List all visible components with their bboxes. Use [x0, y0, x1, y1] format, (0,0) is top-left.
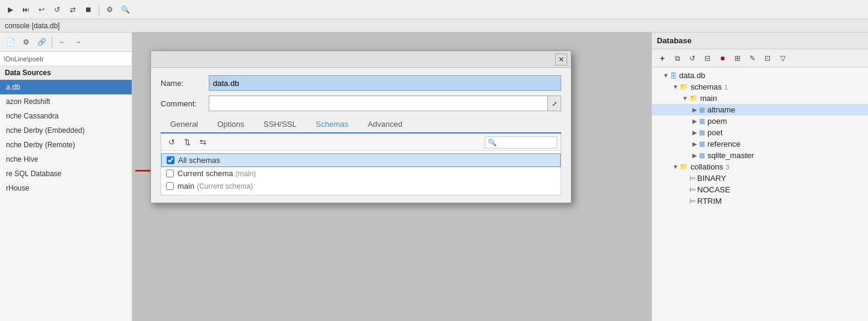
collation-icon-binary: ⊨	[689, 174, 696, 183]
form-row-name: Name:	[161, 75, 561, 91]
tree-item-main[interactable]: ▼ 📁 main	[652, 93, 868, 104]
left-panel-toolbar: 📄 ⚙ 🔗 ← →	[0, 32, 132, 52]
schema-search-input[interactable]	[485, 136, 557, 148]
comment-input[interactable]	[209, 96, 548, 111]
folder-icon-schemas: 📁	[680, 83, 688, 91]
schema-collapse-btn[interactable]: ⇆	[196, 136, 209, 149]
tree-arrow-main: ▼	[681, 95, 689, 102]
tree-item-sqlite-master[interactable]: ▶ ▦ sqlite_master	[652, 150, 868, 161]
tab-schemas[interactable]: Schemas	[306, 116, 358, 133]
db-toolbar-add[interactable]: +	[656, 52, 669, 65]
right-panel: Database + ⧉ ↺ ⊟ ■ ⊞ ✎ ⊡ ▽ ▼ 🗄 data.db	[651, 32, 868, 321]
title-bar-text: console [data.db]	[5, 22, 60, 30]
tree-item-poem[interactable]: ▶ ▦ poem	[652, 115, 868, 127]
schema-list: All schemas Current schema (main) main (…	[161, 151, 561, 195]
name-label: Name:	[161, 79, 209, 88]
name-input[interactable]	[209, 75, 561, 91]
ds-item-sql[interactable]: re SQL Database	[0, 167, 132, 181]
tab-general[interactable]: General	[161, 116, 208, 133]
toolbar-btn-settings[interactable]: ⚙	[103, 3, 116, 16]
db-toolbar-config[interactable]: ⊡	[761, 52, 774, 65]
left-panel-path-text: \OnLine\poetr	[4, 55, 44, 63]
center-area: ✕ Name: Comment: ⤢ General	[132, 32, 651, 321]
tree-label-main: main	[700, 94, 717, 103]
toolbar-btn-stop[interactable]: ⏹	[82, 3, 95, 16]
schema-checkbox-current[interactable]	[166, 170, 174, 177]
tree-label-datadb: data.db	[679, 71, 705, 80]
left-toolbar-btn-1[interactable]: 📄	[4, 35, 17, 49]
comment-label: Comment:	[161, 99, 209, 108]
schema-sublabel-main: (Current schema)	[197, 182, 253, 191]
tree-label-poem: poem	[707, 117, 727, 126]
tree-label-schemas: schemas	[691, 82, 722, 91]
tree-arrow-schemas: ▼	[671, 84, 680, 90]
tab-options[interactable]: Options	[208, 116, 254, 133]
tree-item-nocase[interactable]: ⊨ NOCASE	[652, 184, 868, 195]
db-toolbar-filter[interactable]: ⊟	[701, 52, 714, 65]
db-tree: ▼ 🗄 data.db ▼ 📁 schemas 1 ▼ 📁 main	[652, 67, 868, 321]
tree-item-altname[interactable]: ▶ ▦ altname	[652, 104, 868, 115]
tree-arrow-datadb: ▼	[662, 72, 670, 79]
dialog-close-button[interactable]: ✕	[555, 54, 567, 66]
tree-item-binary[interactable]: ⊨ BINARY	[652, 173, 868, 184]
ds-item-adb[interactable]: a.db	[0, 80, 132, 94]
folder-icon-collations: 📁	[680, 163, 688, 171]
left-toolbar-btn-2[interactable]: ⚙	[19, 35, 32, 49]
db-toolbar-table[interactable]: ⊞	[731, 52, 744, 65]
toolbar-btn-step[interactable]: ⏭	[19, 3, 32, 16]
top-toolbar: ▶ ⏭ ↩ ↺ ⇄ ⏹ ⚙ 🔍	[0, 0, 868, 19]
ds-item-derby-embedded[interactable]: nche Derby (Embedded)	[0, 123, 132, 138]
left-toolbar-nav-forward[interactable]: →	[72, 35, 85, 49]
db-toolbar-funnel[interactable]: ▽	[776, 52, 789, 65]
db-toolbar-copy[interactable]: ⧉	[671, 52, 684, 65]
schema-checkbox-main[interactable]	[166, 182, 174, 190]
toolbar-btn-refresh[interactable]: ↺	[51, 3, 64, 16]
tree-arrow-altname: ▶	[691, 106, 699, 113]
schema-label-current: Current schema	[177, 169, 233, 178]
tree-item-datadb[interactable]: ▼ 🗄 data.db	[652, 70, 868, 81]
toolbar-btn-search[interactable]: 🔍	[119, 3, 132, 16]
db-icon: 🗄	[670, 72, 677, 79]
ds-item-derby-remote[interactable]: nche Derby (Remote)	[0, 138, 132, 152]
toolbar-btn-undo[interactable]: ↩	[35, 3, 48, 16]
left-toolbar-btn-3[interactable]: 🔗	[35, 35, 48, 49]
schema-item-current[interactable]: Current schema (main)	[161, 167, 561, 180]
db-toolbar-refresh[interactable]: ↺	[686, 52, 699, 65]
tree-item-reference[interactable]: ▶ ▦ reference	[652, 138, 868, 150]
right-panel-toolbar: + ⧉ ↺ ⊟ ■ ⊞ ✎ ⊡ ▽	[652, 49, 868, 67]
tree-arrow-collations: ▼	[671, 164, 680, 170]
table-icon-reference: ▦	[699, 140, 705, 148]
tree-item-schemas[interactable]: ▼ 📁 schemas 1	[652, 81, 868, 93]
toolbar-btn-sync[interactable]: ⇄	[66, 3, 79, 16]
schema-expand-btn[interactable]: ⇅	[180, 136, 194, 149]
ds-item-redshift[interactable]: azon Redshift	[0, 94, 132, 109]
tab-advanced[interactable]: Advanced	[358, 116, 412, 133]
dialog-tabs: General Options SSH/SSL Schemas Advanced	[161, 116, 561, 133]
db-toolbar-stop[interactable]: ■	[716, 52, 729, 65]
ds-item-hive[interactable]: nche Hive	[0, 152, 132, 167]
comment-expand-button[interactable]: ⤢	[548, 96, 561, 111]
tree-arrow-poet: ▶	[691, 129, 699, 136]
schema-item-main[interactable]: main (Current schema)	[161, 180, 561, 192]
tree-arrow-poem: ▶	[691, 118, 699, 124]
tree-item-poet[interactable]: ▶ ▦ poet	[652, 127, 868, 138]
table-icon-poet: ▦	[699, 129, 705, 136]
tree-item-collations[interactable]: ▼ 📁 collations 3	[652, 161, 868, 173]
left-toolbar-nav-back[interactable]: ←	[56, 35, 69, 49]
schema-sublabel-current: (main)	[235, 170, 256, 178]
comment-input-container: ⤢	[209, 96, 561, 111]
schema-checkbox-all[interactable]	[167, 156, 174, 164]
tree-item-rtrim[interactable]: ⊨ RTRIM	[652, 195, 868, 207]
ds-item-cassandra[interactable]: nche Cassandra	[0, 109, 132, 123]
database-panel-title: Database	[652, 32, 868, 49]
schema-label-main: main	[177, 182, 194, 191]
tree-label-poet: poet	[707, 128, 722, 137]
tree-arrow-reference: ▶	[691, 141, 699, 147]
schema-item-all[interactable]: All schemas	[161, 153, 561, 167]
schema-refresh-btn[interactable]: ↺	[165, 136, 178, 149]
dialog: ✕ Name: Comment: ⤢ General	[150, 50, 571, 203]
db-toolbar-edit[interactable]: ✎	[746, 52, 759, 65]
toolbar-btn-play[interactable]: ▶	[4, 3, 17, 16]
ds-item-house[interactable]: rHouse	[0, 181, 132, 195]
tab-sshssl[interactable]: SSH/SSL	[254, 116, 306, 133]
